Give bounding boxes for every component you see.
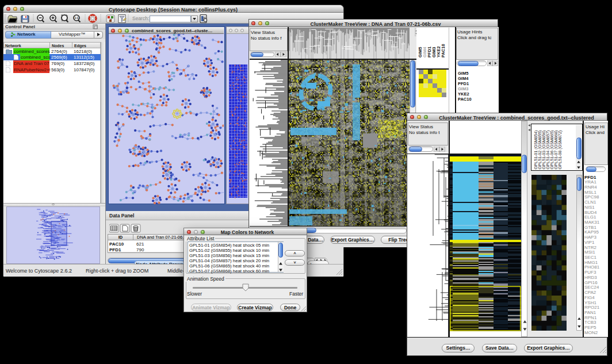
svg-text:1:1: 1:1 <box>74 16 78 20</box>
svg-text:GPL51-08 (GSM872): GPL51-08 (GSM872) <box>557 131 563 170</box>
svg-text:PAC10: PAC10 <box>441 44 446 58</box>
